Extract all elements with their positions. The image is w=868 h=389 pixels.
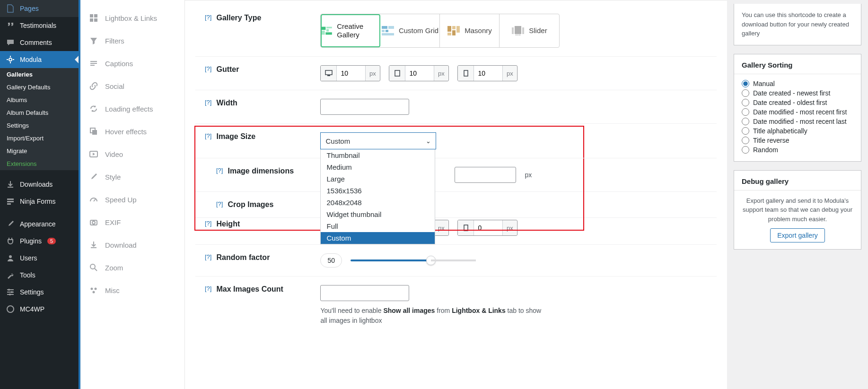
help-height[interactable]: [?] xyxy=(205,220,211,227)
sort-title-alpha[interactable]: Title alphabetically xyxy=(742,126,853,136)
tab-exif[interactable]: EXIF xyxy=(80,211,184,233)
tab-zoom[interactable]: Zoom xyxy=(80,256,184,279)
sidebar-item-plugins[interactable]: Plugins5 xyxy=(0,233,79,250)
image-dimensions-input[interactable] xyxy=(455,167,516,183)
gutter-desktop[interactable]: px xyxy=(320,65,380,81)
tab-loading-effects[interactable]: Loading effects xyxy=(80,97,184,120)
gallery-type-slider[interactable]: Slider xyxy=(500,14,559,47)
gallery-type-custom-grid[interactable]: Custom Grid xyxy=(380,14,440,47)
main-sidebar: Pages Testimonials Comments Modula Galle… xyxy=(0,0,79,389)
sidebar-item-tools[interactable]: Tools xyxy=(0,267,79,284)
gutter-tablet[interactable]: px xyxy=(389,65,449,81)
help-image-size[interactable]: [?] xyxy=(205,132,211,139)
comment-icon xyxy=(6,38,15,47)
opt-medium[interactable]: Medium xyxy=(321,161,435,173)
creative-gallery-icon xyxy=(322,26,332,35)
max-images-input[interactable] xyxy=(320,285,409,301)
brush-icon xyxy=(6,219,15,229)
tab-hover-effects[interactable]: Hover effects xyxy=(80,120,184,143)
sidebar-item-settings[interactable]: Settings xyxy=(0,284,79,301)
plugins-update-badge: 5 xyxy=(47,238,56,244)
sort-title-reverse[interactable]: Title reverse xyxy=(742,136,853,145)
svg-point-7 xyxy=(9,294,11,295)
sidebar-item-users[interactable]: Users xyxy=(0,250,79,267)
opt-widget-thumbnail[interactable]: Widget thumbnail xyxy=(321,208,435,220)
sidebar-item-modula[interactable]: Modula xyxy=(0,51,79,68)
svg-rect-14 xyxy=(90,63,97,64)
label-gallery-type: Gallery Type xyxy=(216,14,320,22)
sidebar-sub-album-defaults[interactable]: Album Defaults xyxy=(0,106,79,119)
opt-2048[interactable]: 2048x2048 xyxy=(321,197,435,208)
sidebar-sub-import-export[interactable]: Import/Export xyxy=(0,132,79,145)
svg-rect-40 xyxy=(512,27,514,34)
masonry-icon xyxy=(447,26,460,35)
sidebar-item-downloads[interactable]: Downloads xyxy=(0,176,79,193)
tab-style[interactable]: Style xyxy=(80,165,184,188)
sidebar-sub-albums[interactable]: Albums xyxy=(0,94,79,106)
sidebar-item-ninja-forms[interactable]: Ninja Forms xyxy=(0,193,79,210)
gallery-type-selector: Creative Gallery Custom Grid Masonry Sli… xyxy=(320,14,560,48)
help-random-factor[interactable]: [?] xyxy=(205,253,211,260)
svg-point-45 xyxy=(519,35,520,35)
sidebar-sub-settings[interactable]: Settings xyxy=(0,119,79,132)
unit-px: px xyxy=(525,171,532,179)
user-icon xyxy=(6,253,15,263)
camera-icon xyxy=(89,217,98,227)
help-image-dimensions[interactable]: [?] xyxy=(216,167,223,174)
opt-full[interactable]: Full xyxy=(321,220,435,232)
tab-social[interactable]: Social xyxy=(80,75,184,97)
settings-tabs: Lightbox & Links Filters Captions Social… xyxy=(79,0,185,389)
opt-1536[interactable]: 1536x1536 xyxy=(321,185,435,197)
sort-modified-recent-first[interactable]: Date modified - most recent first xyxy=(742,107,853,117)
sort-created-oldest[interactable]: Date created - oldest first xyxy=(742,98,853,107)
opt-thumbnail[interactable]: Thumbnail xyxy=(321,149,435,161)
sidebar-sub-migrate[interactable]: Migrate xyxy=(0,145,79,157)
sort-random[interactable]: Random xyxy=(742,145,853,155)
help-width[interactable]: [?] xyxy=(205,99,211,106)
tab-download[interactable]: Download xyxy=(80,233,184,256)
label-image-size: Image Size xyxy=(216,132,320,141)
tab-video[interactable]: Video xyxy=(80,143,184,165)
height-mobile[interactable]: px xyxy=(457,220,517,236)
sort-manual[interactable]: Manual xyxy=(742,79,853,88)
help-crop-images[interactable]: [?] xyxy=(216,200,223,207)
sidebar-item-pages[interactable]: Pages xyxy=(0,0,79,17)
opt-large[interactable]: Large xyxy=(321,173,435,185)
tab-speed-up[interactable]: Speed Up xyxy=(80,188,184,211)
svg-point-20 xyxy=(92,221,95,224)
page-icon xyxy=(6,4,15,13)
sort-created-newest[interactable]: Date created - newest first xyxy=(742,88,853,98)
gallery-type-masonry[interactable]: Masonry xyxy=(440,14,500,47)
gutter-mobile[interactable]: px xyxy=(457,65,517,81)
width-input[interactable] xyxy=(320,99,409,115)
download-icon xyxy=(89,240,98,250)
tab-captions[interactable]: Captions xyxy=(80,52,184,75)
opt-custom[interactable]: Custom xyxy=(321,232,435,244)
svg-rect-27 xyxy=(327,29,329,32)
image-size-select[interactable]: Custom⌄ Thumbnail Medium Large 1536x1536… xyxy=(320,132,436,149)
svg-rect-15 xyxy=(90,65,95,66)
custom-grid-icon xyxy=(382,26,394,35)
gallery-type-creative[interactable]: Creative Gallery xyxy=(321,14,380,47)
svg-rect-38 xyxy=(447,33,451,35)
sidebar-item-comments[interactable]: Comments xyxy=(0,34,79,51)
help-gallery-type[interactable]: [?] xyxy=(205,14,211,21)
sidebar-item-testimonials[interactable]: Testimonials xyxy=(0,17,79,34)
help-max-images[interactable]: [?] xyxy=(205,285,211,292)
help-gutter[interactable]: [?] xyxy=(205,65,211,72)
slider-thumb[interactable] xyxy=(426,256,436,265)
sort-modified-recent-last[interactable]: Date modified - most recent last xyxy=(742,117,853,126)
sidebar-sub-extensions[interactable]: Extensions xyxy=(0,157,79,170)
sidebar-item-appearance[interactable]: Appearance xyxy=(0,216,79,233)
random-factor-slider[interactable] xyxy=(351,259,431,261)
tab-lightbox-links[interactable]: Lightbox & Links xyxy=(80,7,184,29)
svg-rect-47 xyxy=(327,75,330,76)
svg-rect-48 xyxy=(395,70,400,76)
export-gallery-button[interactable]: Export gallery xyxy=(770,228,825,242)
tab-misc[interactable]: Misc xyxy=(80,279,184,302)
sidebar-item-mc4wp[interactable]: MC4WP xyxy=(0,301,79,318)
sidebar-sub-gallery-defaults[interactable]: Gallery Defaults xyxy=(0,81,79,94)
refresh-icon xyxy=(89,104,98,113)
tab-filters[interactable]: Filters xyxy=(80,29,184,52)
sidebar-sub-galleries[interactable]: Galleries xyxy=(0,68,79,81)
